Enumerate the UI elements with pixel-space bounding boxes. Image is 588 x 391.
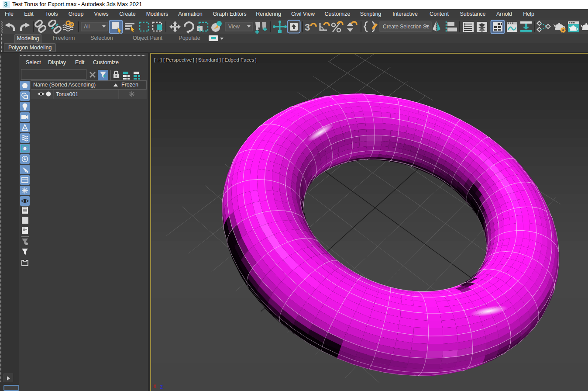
- svg-text:View: View: [228, 24, 240, 30]
- svg-text:All: All: [84, 24, 89, 30]
- svg-text:Create Selection Se: Create Selection Se: [383, 24, 430, 30]
- svg-text:Torus001: Torus001: [56, 91, 78, 97]
- svg-text:3: 3: [305, 22, 310, 33]
